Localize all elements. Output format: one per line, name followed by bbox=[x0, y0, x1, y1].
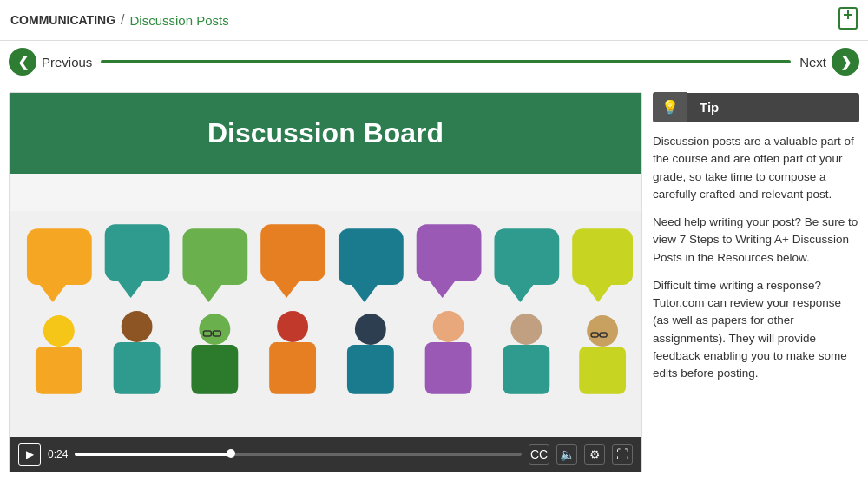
tip-label: Tip bbox=[700, 100, 719, 115]
video-area: Discussion Board bbox=[9, 92, 642, 472]
svg-point-35 bbox=[510, 314, 542, 345]
progress-fill bbox=[75, 453, 231, 456]
svg-rect-12 bbox=[339, 228, 404, 285]
next-button[interactable]: Next ❯ bbox=[799, 48, 859, 76]
svg-rect-14 bbox=[417, 224, 482, 281]
breadcrumb-section: COMMUNICATING bbox=[10, 13, 115, 27]
next-label: Next bbox=[799, 55, 826, 69]
svg-rect-8 bbox=[182, 228, 247, 285]
tip-paragraph-1: Discussion posts are a valuable part of … bbox=[653, 133, 859, 203]
tip-header: 💡 Tip bbox=[653, 92, 859, 122]
svg-rect-18 bbox=[572, 228, 633, 285]
video-progress-bar[interactable] bbox=[75, 453, 522, 456]
video-title: Discussion Board bbox=[207, 117, 444, 149]
breadcrumb-separator: / bbox=[121, 12, 124, 28]
breadcrumb-page: Discussion Posts bbox=[130, 13, 229, 28]
svg-rect-4 bbox=[27, 228, 92, 285]
cc-icon: CC bbox=[530, 447, 548, 461]
svg-rect-32 bbox=[347, 345, 394, 394]
previous-button[interactable]: ❮ Previous bbox=[9, 48, 92, 76]
video-illustration bbox=[10, 174, 641, 437]
main-content: Discussion Board bbox=[0, 83, 868, 481]
next-circle-icon: ❯ bbox=[832, 48, 859, 76]
svg-rect-6 bbox=[105, 224, 170, 281]
svg-rect-16 bbox=[494, 228, 559, 285]
navigation-bar: ❮ Previous Next ❯ bbox=[0, 41, 868, 83]
tip-paragraph-2: Need help writing your post? Be sure to … bbox=[653, 214, 859, 267]
svg-rect-36 bbox=[503, 345, 549, 394]
volume-button[interactable]: 🔈 bbox=[556, 444, 577, 465]
svg-rect-25 bbox=[191, 345, 238, 394]
svg-rect-21 bbox=[36, 347, 82, 394]
tip-label-box: Tip bbox=[687, 93, 859, 122]
progress-handle bbox=[227, 449, 235, 458]
video-controls: ▶ 0:24 CC 🔈 ⚙ ⛶ bbox=[10, 437, 641, 472]
svg-point-29 bbox=[277, 311, 308, 342]
svg-point-33 bbox=[433, 311, 464, 342]
bookmark-icon[interactable] bbox=[838, 7, 858, 33]
svg-rect-23 bbox=[114, 342, 161, 394]
prev-circle-icon: ❮ bbox=[9, 48, 36, 76]
svg-rect-10 bbox=[260, 224, 326, 281]
play-button[interactable]: ▶ bbox=[18, 443, 41, 466]
svg-point-37 bbox=[587, 315, 618, 347]
tip-lightbulb-icon: 💡 bbox=[661, 99, 679, 116]
svg-rect-30 bbox=[269, 342, 316, 394]
play-icon: ▶ bbox=[26, 448, 34, 460]
fullscreen-icon: ⛶ bbox=[616, 447, 628, 461]
tip-icon-box: 💡 bbox=[653, 92, 687, 122]
svg-point-20 bbox=[43, 315, 75, 347]
tip-panel: 💡 Tip Discussion posts are a valuable pa… bbox=[653, 92, 859, 472]
settings-button[interactable]: ⚙ bbox=[584, 444, 605, 465]
progress-bar bbox=[101, 60, 791, 63]
cc-button[interactable]: CC bbox=[529, 444, 549, 465]
time-display: 0:24 bbox=[48, 448, 68, 460]
svg-point-31 bbox=[355, 314, 386, 345]
page-header: COMMUNICATING / Discussion Posts bbox=[0, 0, 868, 41]
settings-icon: ⚙ bbox=[589, 447, 601, 461]
fullscreen-button[interactable]: ⛶ bbox=[612, 444, 633, 465]
svg-point-24 bbox=[199, 314, 230, 345]
tip-paragraph-3: Difficult time writing a response? Tutor… bbox=[653, 277, 859, 383]
video-title-bar: Discussion Board bbox=[10, 93, 641, 174]
previous-label: Previous bbox=[42, 55, 92, 69]
breadcrumb: COMMUNICATING / Discussion Posts bbox=[10, 12, 229, 28]
svg-rect-34 bbox=[425, 342, 472, 394]
volume-icon: 🔈 bbox=[560, 447, 575, 461]
svg-point-22 bbox=[122, 311, 153, 342]
svg-rect-38 bbox=[579, 347, 626, 394]
